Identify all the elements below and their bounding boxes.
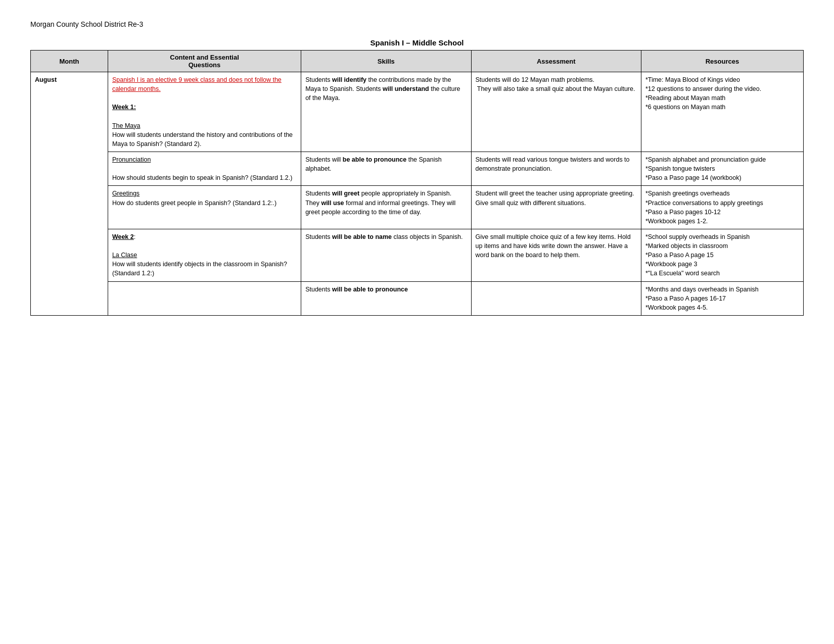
content-cell-4: Week 2: La Clase How will students ident…	[108, 229, 301, 281]
table-row: Week 2: La Clase How will students ident…	[31, 229, 804, 281]
content-cell-5	[108, 281, 301, 315]
resources-cell-1: *Time: Maya Blood of Kings video *12 que…	[641, 72, 803, 152]
skills-cell-4: Students will be able to name class obje…	[301, 229, 471, 281]
header-month: Month	[31, 51, 108, 72]
table-row: Greetings How do students greet people i…	[31, 186, 804, 229]
pronunciation-question: How should students begin to speak in Sp…	[112, 174, 292, 181]
assessment-cell-2: Students will read various tongue twiste…	[471, 152, 641, 186]
resources-cell-2: *Spanish alphabet and pronunciation guid…	[641, 152, 803, 186]
table-row: Students will be able to pronounce *Mont…	[31, 281, 804, 315]
skills-cell-5: Students will be able to pronounce	[301, 281, 471, 315]
table-row: Pronunciation How should students begin …	[31, 152, 804, 186]
month-cell-august: August	[31, 72, 108, 316]
content-cell-1: Spanish I is an elective 9 week class an…	[108, 72, 301, 152]
header-content: Content and EssentialQuestions	[108, 51, 301, 72]
week2-label: Week 2	[112, 233, 134, 240]
assessment-cell-4: Give small multiple choice quiz of a few…	[471, 229, 641, 281]
pronunciation-label: Pronunciation	[112, 156, 151, 163]
maya-topic: The Maya	[112, 122, 141, 129]
resources-cell-4: *School supply overheads in Spanish *Mar…	[641, 229, 803, 281]
skills-cell-2: Students will be able to pronounce the S…	[301, 152, 471, 186]
header-resources: Resources	[641, 51, 803, 72]
content-cell-3: Greetings How do students greet people i…	[108, 186, 301, 229]
week1-label: Week 1:	[112, 104, 136, 111]
laclase-question: How will students identify objects in th…	[112, 261, 287, 277]
resources-cell-5: *Months and days overheads in Spanish *P…	[641, 281, 803, 315]
greetings-question: How do students greet people in Spanish?…	[112, 200, 276, 207]
assessment-cell-1: Students will do 12 Mayan math problems.…	[471, 72, 641, 152]
district-title: Morgan County School District Re-3	[30, 20, 804, 28]
greetings-label: Greetings	[112, 190, 140, 197]
curriculum-table: Month Content and EssentialQuestions Ski…	[30, 50, 804, 316]
assessment-cell-3: Student will greet the teacher using app…	[471, 186, 641, 229]
course-title: Spanish I – Middle School	[30, 38, 804, 47]
skills-cell-3: Students will greet people appropriately…	[301, 186, 471, 229]
content-cell-2: Pronunciation How should students begin …	[108, 152, 301, 186]
resources-cell-3: *Spanish greetings overheads *Practice c…	[641, 186, 803, 229]
header-assessment: Assessment	[471, 51, 641, 72]
skills-cell-1: Students will identify the contributions…	[301, 72, 471, 152]
assessment-cell-5	[471, 281, 641, 315]
elective-notice: Spanish I is an elective 9 week class an…	[112, 76, 282, 92]
table-row: August Spanish I is an elective 9 week c…	[31, 72, 804, 152]
header-skills: Skills	[301, 51, 471, 72]
laclase-label: La Clase	[112, 252, 137, 259]
maya-question: How will students understand the history…	[112, 131, 293, 147]
